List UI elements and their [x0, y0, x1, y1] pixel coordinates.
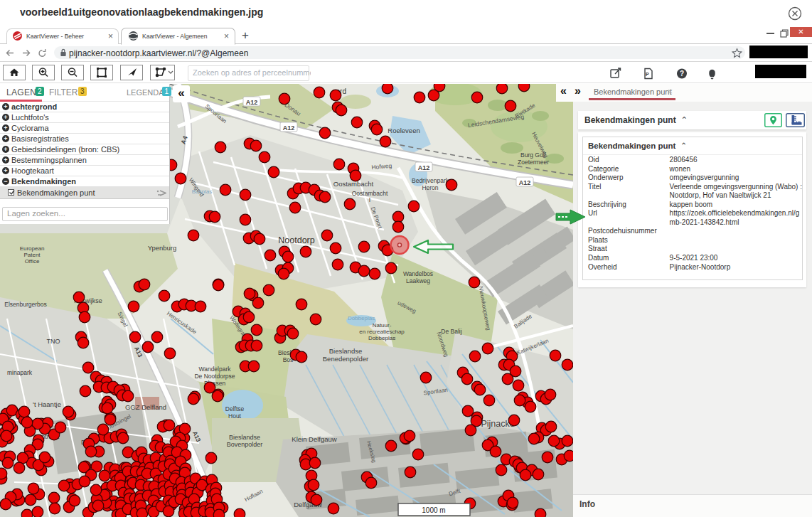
svg-text:De Nootdorpse: De Nootdorpse [194, 373, 235, 380]
svg-text:Nootdorp: Nootdorp [278, 235, 314, 245]
svg-text:A12: A12 [519, 179, 531, 186]
svg-text:?: ? [680, 70, 684, 78]
svg-text:P: P [646, 72, 649, 77]
svg-text:Bieslandse: Bieslandse [329, 347, 362, 355]
svg-text:Wandelpark: Wandelpark [198, 366, 231, 373]
svg-text:1000 m: 1000 m [422, 506, 445, 514]
svg-text:Elsenburgerbos: Elsenburgerbos [4, 301, 47, 308]
svg-text:Dobbeplas: Dobbeplas [368, 335, 395, 341]
svg-text:Klein Delfgauw: Klein Delfgauw [292, 435, 337, 443]
svg-text:Delftse: Delftse [225, 405, 245, 412]
svg-text:Bedrijvenpark: Bedrijvenpark [412, 177, 449, 184]
svg-text:Office: Office [25, 258, 40, 265]
svg-text:I: I [369, 196, 370, 203]
svg-text:Hout: Hout [228, 412, 242, 420]
svg-text:A12: A12 [246, 99, 258, 106]
svg-text:en recreatieschap: en recreatieschap [359, 329, 405, 335]
svg-text:A12: A12 [418, 164, 430, 171]
svg-text:Zoetermeer: Zoetermeer [518, 159, 549, 166]
svg-text:Heron: Heron [422, 184, 438, 191]
svg-text:Bovenpolder: Bovenpolder [227, 441, 263, 448]
svg-text:minapark: minapark [7, 369, 33, 376]
svg-text:Dobbeplas: Dobbeplas [348, 315, 375, 321]
svg-text:Ypenburg: Ypenburg [148, 244, 177, 252]
svg-text:GGZ Delfland: GGZ Delfland [125, 403, 166, 411]
svg-text:TNO: TNO [47, 338, 60, 345]
svg-text:Bieslandse: Bieslandse [229, 434, 260, 441]
svg-text:Patent: Patent [23, 252, 41, 258]
svg-text:'t Haantje: 't Haantje [33, 400, 61, 408]
svg-text:A12: A12 [283, 124, 295, 132]
svg-text:De Balij: De Balij [441, 328, 461, 335]
svg-text:Benedenpolder: Benedenpolder [323, 355, 368, 363]
svg-text:Laakweg: Laakweg [406, 277, 430, 284]
svg-text:Natuur-: Natuur- [373, 322, 392, 329]
svg-text:European: European [20, 245, 45, 252]
svg-text:Bosplas: Bosplas [192, 188, 212, 195]
svg-text:Wandelbos: Wandelbos [403, 270, 433, 277]
svg-text:Roeleveen: Roeleveen [388, 127, 420, 134]
